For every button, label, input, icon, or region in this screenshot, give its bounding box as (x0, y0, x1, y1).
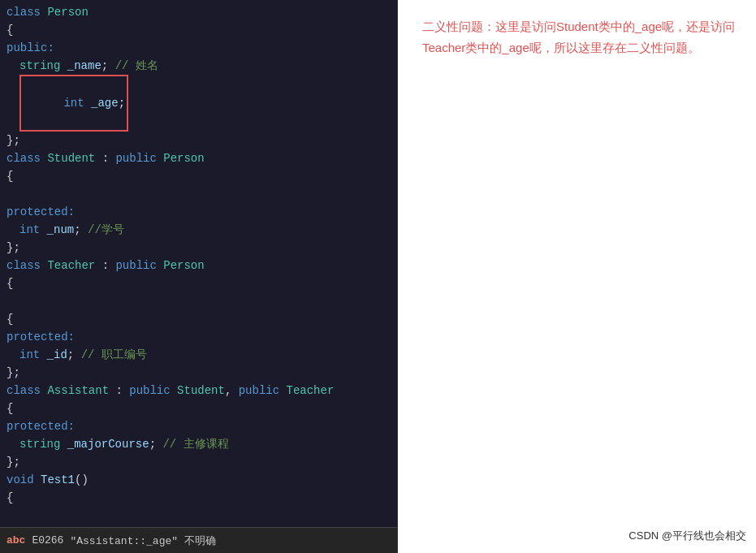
error-message: "Assistant::_age" 不明确 (70, 534, 215, 548)
code-line-12: }; (0, 239, 397, 257)
code-line-17: protected: (0, 328, 397, 346)
code-editor: class Person { public: string _name; // … (0, 0, 398, 553)
code-line-26: { (0, 489, 397, 507)
code-line-19: }; (0, 364, 397, 382)
code-line-21: { (0, 400, 397, 417)
watermark: CSDN @平行线也会相交 (629, 529, 746, 543)
code-line-13: class Teacher : public Person (0, 257, 397, 274)
code-line-15 (0, 292, 397, 310)
info-content: 二义性问题：这里是访问Student类中的_age呢，还是访问Teacher类中… (422, 16, 740, 58)
code-line-16: { (0, 310, 397, 328)
code-line-6: }; (0, 132, 397, 149)
code-line-14: { (0, 274, 397, 292)
code-line-20: class Assistant : public Student, public… (0, 382, 397, 400)
code-line-1: class Person (0, 3, 397, 21)
code-line-7: class Student : public Person (0, 149, 397, 167)
code-line-18: int _id; // 职工编号 (0, 346, 397, 364)
keyword-class: class (6, 3, 47, 21)
code-line-4: string _name; // 姓名 (0, 57, 397, 75)
code-line-24: }; (0, 453, 397, 471)
code-line-11: int _num; //学号 (0, 221, 397, 239)
code-line-27 (0, 507, 397, 525)
info-panel: 二义性问题：这里是访问Student类中的_age呢，还是访问Teacher类中… (398, 0, 756, 553)
code-line-8: { (0, 167, 397, 185)
error-icon: abc (6, 534, 25, 547)
code-line-23: string _majorCourse; // 主修课程 (0, 435, 397, 453)
error-bar: abc E0266 "Assistant::_age" 不明确 (0, 527, 397, 553)
code-line-25: void Test1() (0, 471, 397, 489)
age-highlight-box: int _age; (19, 75, 128, 132)
error-code: E0266 (32, 534, 63, 547)
code-line-3: public: (0, 39, 397, 57)
code-line-22: protected: (0, 417, 397, 435)
code-line-10: protected: (0, 203, 397, 221)
code-line-9 (0, 185, 397, 203)
code-line-2: { (0, 21, 397, 39)
code-line-5: int _age; (0, 75, 397, 132)
